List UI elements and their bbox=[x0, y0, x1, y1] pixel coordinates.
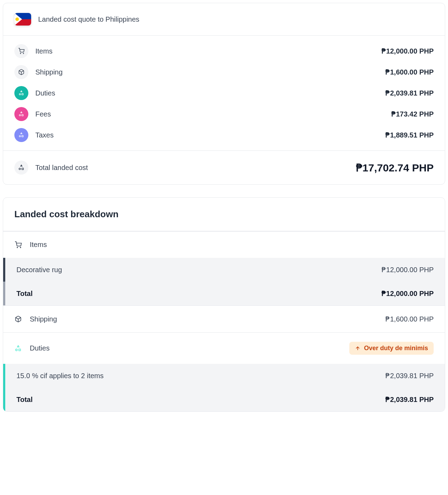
svg-point-0 bbox=[20, 53, 21, 54]
section-duties-body: 15.0 % cif applies to 2 items ₱2,039.81 … bbox=[3, 364, 445, 411]
row-fees: Fees ₱173.42 PHP bbox=[14, 107, 434, 121]
svg-point-9 bbox=[19, 168, 21, 170]
duty-row-value: ₱2,039.81 PHP bbox=[385, 372, 434, 380]
svg-point-11 bbox=[17, 247, 18, 248]
section-items-total: Total ₱12,000.00 PHP bbox=[3, 282, 445, 305]
package-icon bbox=[14, 316, 22, 323]
shapes-icon bbox=[14, 107, 28, 121]
quote-rows: Items ₱12,000.00 PHP Shipping ₱1,600.00 … bbox=[3, 36, 445, 150]
row-fees-label: Fees bbox=[35, 110, 384, 118]
item-row-value: ₱12,000.00 PHP bbox=[382, 266, 434, 274]
item-total-value: ₱12,000.00 PHP bbox=[382, 289, 434, 298]
item-row-label: Decorative rug bbox=[16, 266, 62, 274]
row-items-label: Items bbox=[35, 47, 374, 55]
svg-point-3 bbox=[19, 93, 21, 95]
shapes-icon bbox=[14, 86, 28, 100]
svg-rect-4 bbox=[22, 93, 23, 95]
cart-icon bbox=[14, 241, 22, 248]
duty-row-label: 15.0 % cif applies to 2 items bbox=[16, 372, 104, 380]
total-value: ₱17,702.74 PHP bbox=[356, 162, 434, 174]
shapes-icon bbox=[14, 161, 28, 175]
duty-total-value: ₱2,039.81 PHP bbox=[385, 395, 434, 404]
svg-point-5 bbox=[19, 114, 21, 116]
row-duties: Duties ₱2,039.81 PHP bbox=[14, 86, 434, 100]
quote-header: Landed cost quote to Philippines bbox=[3, 3, 445, 36]
row-items-value: ₱12,000.00 PHP bbox=[382, 47, 434, 55]
breakdown-header: Landed cost breakdown bbox=[3, 198, 445, 231]
quote-card: Landed cost quote to Philippines Items ₱… bbox=[3, 3, 445, 185]
row-shipping-value: ₱1,600.00 PHP bbox=[385, 68, 434, 76]
svg-point-7 bbox=[19, 135, 21, 137]
row-shipping: Shipping ₱1,600.00 PHP bbox=[14, 65, 434, 79]
arrow-up-icon bbox=[355, 346, 360, 351]
total-label: Total landed cost bbox=[35, 164, 349, 172]
quote-title: Landed cost quote to Philippines bbox=[38, 15, 139, 23]
item-total-label: Total bbox=[16, 290, 33, 298]
row-taxes: Taxes ₱1,889.51 PHP bbox=[14, 128, 434, 142]
row-duties-label: Duties bbox=[35, 89, 378, 97]
row-shipping-label: Shipping bbox=[35, 68, 378, 76]
shapes-icon bbox=[14, 128, 28, 142]
svg-rect-15 bbox=[19, 349, 21, 351]
section-shipping-label: Shipping bbox=[30, 315, 378, 323]
section-items-label: Items bbox=[30, 241, 434, 249]
item-total-row: Total ₱12,000.00 PHP bbox=[5, 282, 445, 305]
total-row: Total landed cost ₱17,702.74 PHP bbox=[3, 150, 445, 184]
row-taxes-value: ₱1,889.51 PHP bbox=[385, 131, 434, 139]
badge-text: Over duty de minimis bbox=[364, 345, 428, 352]
svg-point-12 bbox=[20, 247, 21, 248]
section-shipping-head: Shipping ₱1,600.00 PHP bbox=[3, 305, 445, 332]
section-items-body: Decorative rug ₱12,000.00 PHP bbox=[3, 258, 445, 282]
breakdown-card: Landed cost breakdown Items Decorative r… bbox=[3, 197, 445, 412]
duty-total-label: Total bbox=[16, 396, 33, 404]
package-icon bbox=[14, 65, 28, 79]
duty-total-row: Total ₱2,039.81 PHP bbox=[5, 388, 445, 411]
shapes-icon bbox=[14, 345, 22, 352]
row-duties-value: ₱2,039.81 PHP bbox=[385, 89, 434, 97]
row-taxes-label: Taxes bbox=[35, 131, 378, 139]
svg-rect-10 bbox=[22, 168, 24, 170]
svg-rect-8 bbox=[22, 135, 23, 137]
section-shipping-value: ₱1,600.00 PHP bbox=[385, 315, 434, 323]
cart-icon bbox=[14, 44, 28, 58]
de-minimis-badge: Over duty de minimis bbox=[349, 342, 434, 355]
svg-point-14 bbox=[16, 349, 18, 351]
section-duties-label: Duties bbox=[30, 344, 342, 352]
breakdown-title: Landed cost breakdown bbox=[14, 209, 434, 220]
philippines-flag-icon bbox=[14, 13, 31, 26]
item-row: Decorative rug ₱12,000.00 PHP bbox=[5, 258, 445, 282]
section-items-head: Items bbox=[3, 231, 445, 258]
svg-rect-6 bbox=[22, 114, 23, 116]
row-items: Items ₱12,000.00 PHP bbox=[14, 44, 434, 58]
duty-row: 15.0 % cif applies to 2 items ₱2,039.81 … bbox=[5, 364, 445, 388]
svg-point-1 bbox=[23, 53, 24, 54]
section-duties-head: Duties Over duty de minimis bbox=[3, 332, 445, 364]
row-fees-value: ₱173.42 PHP bbox=[391, 110, 434, 118]
